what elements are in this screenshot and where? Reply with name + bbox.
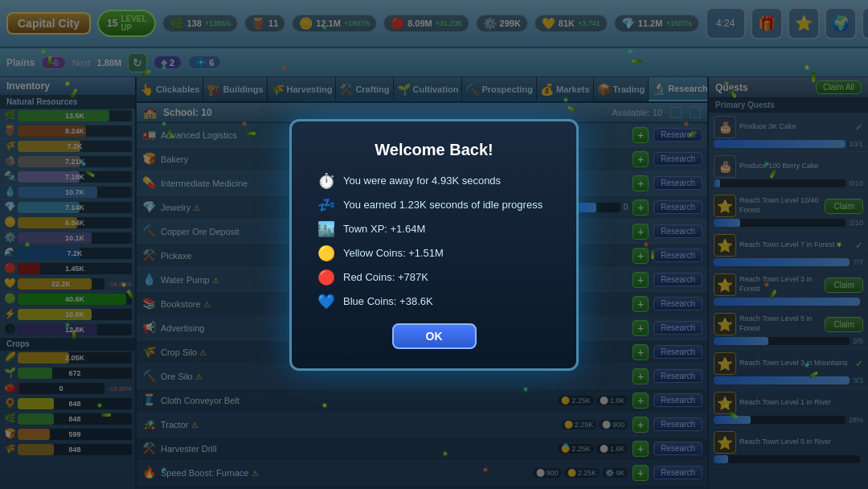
modal-overlay[interactable]: Welcome Back! ⏱️ You were away for 4.93K… — [0, 0, 868, 489]
modal-row: 🏙️ Town XP: +1.64M — [317, 220, 551, 238]
modal-row-icon: 🏙️ — [317, 220, 335, 238]
welcome-modal: Welcome Back! ⏱️ You were away for 4.93K… — [289, 119, 579, 371]
modal-row: 💤 You earned 1.23K seconds of idle progr… — [317, 196, 551, 214]
modal-row: 💙 Blue Coins: +38.6K — [317, 293, 551, 310]
modal-row-text: You earned 1.23K seconds of idle progres… — [343, 199, 542, 211]
modal-title: Welcome Back! — [317, 141, 551, 159]
modal-row-text: Yellow Coins: +1.51M — [343, 247, 444, 259]
modal-row: ⏱️ You were away for 4.93K seconds — [317, 172, 551, 190]
modal-row-icon: 🟡 — [317, 244, 335, 262]
modal-row-icon: ⏱️ — [317, 172, 335, 190]
ok-button[interactable]: OK — [392, 323, 477, 349]
modal-row: 🔴 Red Coins: +787K — [317, 269, 551, 286]
modal-row-text: Red Coins: +787K — [343, 271, 428, 283]
modal-row-text: Town XP: +1.64M — [343, 223, 425, 235]
modal-row-icon: 🔴 — [317, 269, 335, 286]
modal-row: 🟡 Yellow Coins: +1.51M — [317, 244, 551, 262]
modal-row-text: Blue Coins: +38.6K — [343, 295, 433, 307]
modal-row-icon: 💤 — [317, 196, 335, 214]
modal-row-text: You were away for 4.93K seconds — [343, 175, 501, 187]
modal-rows: ⏱️ You were away for 4.93K seconds 💤 You… — [317, 172, 551, 310]
modal-row-icon: 💙 — [317, 293, 335, 310]
